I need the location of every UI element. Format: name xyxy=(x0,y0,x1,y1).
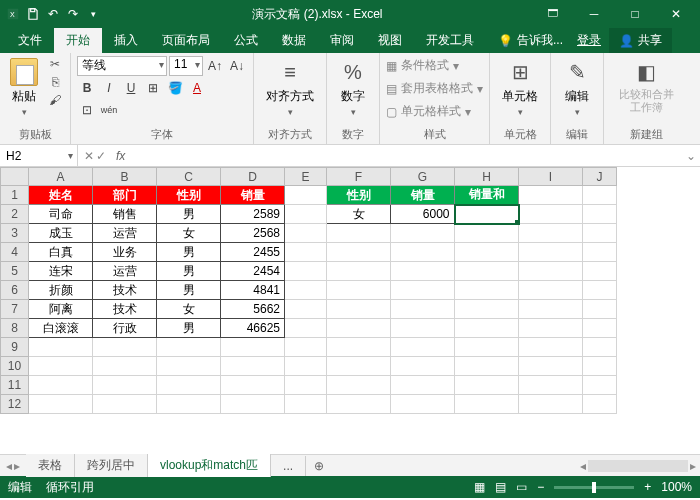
cell[interactable]: 2589 xyxy=(221,205,285,224)
view-layout-icon[interactable]: ▤ xyxy=(495,480,506,494)
cell[interactable] xyxy=(391,281,455,300)
cell[interactable] xyxy=(455,395,519,414)
col-header[interactable]: E xyxy=(285,168,327,186)
row-header[interactable]: 4 xyxy=(1,243,29,262)
font-family-select[interactable]: 等线 xyxy=(77,56,167,76)
cell[interactable] xyxy=(519,376,583,395)
cell[interactable]: 男 xyxy=(157,243,221,262)
sheet-nav-prev-icon[interactable]: ◂ xyxy=(6,459,12,473)
row-header[interactable]: 3 xyxy=(1,224,29,243)
cell[interactable]: 部门 xyxy=(93,186,157,205)
cell[interactable] xyxy=(285,224,327,243)
hscroll-left-icon[interactable]: ◂ xyxy=(580,459,586,473)
editing-button[interactable]: ✎ 编辑 ▾ xyxy=(557,56,597,119)
cell[interactable] xyxy=(583,205,617,224)
cell[interactable]: 销量和 xyxy=(455,186,519,205)
cell[interactable]: 女 xyxy=(327,205,391,224)
tab-review[interactable]: 审阅 xyxy=(318,28,366,53)
row-header[interactable]: 1 xyxy=(1,186,29,205)
cell[interactable] xyxy=(327,224,391,243)
cell[interactable] xyxy=(455,357,519,376)
cell[interactable] xyxy=(93,357,157,376)
cell[interactable] xyxy=(93,376,157,395)
cell[interactable] xyxy=(519,186,583,205)
cell[interactable] xyxy=(519,281,583,300)
cell[interactable] xyxy=(391,319,455,338)
cell[interactable] xyxy=(519,262,583,281)
cell[interactable]: 2455 xyxy=(221,243,285,262)
compare-button[interactable]: ◧ 比较和合并工作簿 xyxy=(610,56,682,116)
cell[interactable]: 业务 xyxy=(93,243,157,262)
cell[interactable] xyxy=(519,300,583,319)
col-header[interactable]: C xyxy=(157,168,221,186)
cell[interactable] xyxy=(285,338,327,357)
cell[interactable] xyxy=(583,281,617,300)
row-header[interactable]: 6 xyxy=(1,281,29,300)
cell[interactable] xyxy=(285,319,327,338)
cell[interactable] xyxy=(583,224,617,243)
cell[interactable]: 运营 xyxy=(93,262,157,281)
row-header[interactable]: 5 xyxy=(1,262,29,281)
cell[interactable] xyxy=(455,262,519,281)
cell[interactable]: 销售 xyxy=(93,205,157,224)
cell[interactable]: 司命 xyxy=(29,205,93,224)
cell[interactable] xyxy=(583,338,617,357)
cell[interactable] xyxy=(29,395,93,414)
cell[interactable] xyxy=(455,319,519,338)
cell[interactable] xyxy=(285,186,327,205)
zoom-out-icon[interactable]: − xyxy=(537,480,544,494)
cell[interactable] xyxy=(93,395,157,414)
cell[interactable] xyxy=(93,338,157,357)
cell[interactable] xyxy=(285,205,327,224)
cell[interactable] xyxy=(327,262,391,281)
cell[interactable] xyxy=(519,338,583,357)
cell[interactable] xyxy=(455,300,519,319)
login-link[interactable]: 登录 xyxy=(569,28,609,53)
cell[interactable] xyxy=(391,300,455,319)
cell[interactable] xyxy=(583,243,617,262)
border-more-icon[interactable]: ⊡ xyxy=(77,100,97,120)
col-header[interactable]: H xyxy=(455,168,519,186)
cell[interactable]: 销量 xyxy=(391,186,455,205)
cell[interactable] xyxy=(157,357,221,376)
cell[interactable] xyxy=(519,205,583,224)
cell[interactable] xyxy=(391,395,455,414)
col-header[interactable]: D xyxy=(221,168,285,186)
cell[interactable] xyxy=(285,281,327,300)
select-all-corner[interactable] xyxy=(1,168,29,186)
cell[interactable] xyxy=(327,357,391,376)
tab-layout[interactable]: 页面布局 xyxy=(150,28,222,53)
tell-me[interactable]: 💡告诉我... xyxy=(492,28,569,53)
cell[interactable] xyxy=(157,395,221,414)
cell[interactable]: 销量 xyxy=(221,186,285,205)
row-header[interactable]: 9 xyxy=(1,338,29,357)
cell[interactable] xyxy=(391,224,455,243)
cell[interactable] xyxy=(221,338,285,357)
cell[interactable]: 性别 xyxy=(157,186,221,205)
cell[interactable] xyxy=(285,300,327,319)
grow-font-icon[interactable]: A↑ xyxy=(205,56,225,76)
table-format-button[interactable]: ▤套用表格格式▾ xyxy=(386,79,483,98)
redo-icon[interactable]: ↷ xyxy=(64,5,82,23)
cell[interactable] xyxy=(583,186,617,205)
row-header[interactable]: 2 xyxy=(1,205,29,224)
cell[interactable]: 运营 xyxy=(93,224,157,243)
cell[interactable]: 折颜 xyxy=(29,281,93,300)
border-button[interactable]: ⊞ xyxy=(143,78,163,98)
format-painter-icon[interactable]: 🖌 xyxy=(46,92,64,108)
cell[interactable] xyxy=(327,376,391,395)
col-header[interactable]: B xyxy=(93,168,157,186)
cell[interactable] xyxy=(285,357,327,376)
selected-cell[interactable] xyxy=(455,205,519,224)
share-button[interactable]: 👤共享 xyxy=(609,28,672,53)
cell[interactable] xyxy=(391,262,455,281)
cell[interactable] xyxy=(583,300,617,319)
tab-developer[interactable]: 开发工具 xyxy=(414,28,486,53)
col-header[interactable]: J xyxy=(583,168,617,186)
zoom-in-icon[interactable]: + xyxy=(644,480,651,494)
hscroll-right-icon[interactable]: ▸ xyxy=(690,459,696,473)
cell[interactable]: 技术 xyxy=(93,300,157,319)
cell[interactable] xyxy=(455,281,519,300)
sheet-tab[interactable]: 表格 xyxy=(26,454,75,477)
cell[interactable] xyxy=(455,243,519,262)
